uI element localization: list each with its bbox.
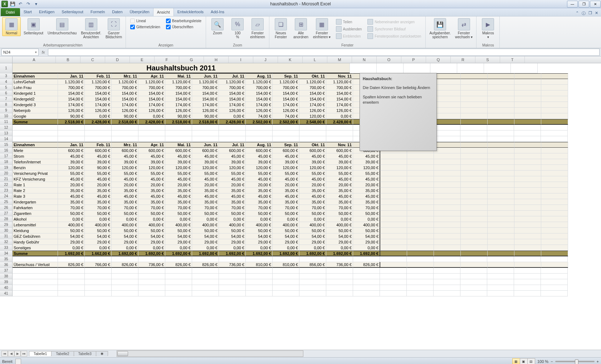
cell[interactable]: 35,00 € [273, 188, 299, 193]
cell[interactable]: 400,00 € [112, 222, 138, 228]
cell[interactable]: 50,00 € [192, 228, 219, 233]
cell[interactable] [541, 291, 568, 296]
cell[interactable] [461, 193, 488, 199]
cell[interactable] [514, 85, 541, 90]
cell[interactable] [460, 274, 487, 279]
column-header[interactable]: B [56, 56, 80, 63]
cell[interactable] [541, 73, 568, 79]
cell[interactable] [380, 233, 407, 239]
cell[interactable] [541, 268, 568, 274]
cell[interactable]: 39,00 € [165, 159, 192, 165]
worksheet[interactable]: ABCDEFGHIJKLMNOPQRST1Haushaltsbuch 20113… [0, 56, 601, 350]
cell[interactable]: 35,00 € [246, 188, 273, 193]
cell[interactable]: 50,00 € [246, 228, 273, 233]
cell[interactable]: Fahrkarten [13, 205, 58, 211]
cell[interactable] [461, 102, 488, 108]
cell[interactable]: 45,00 € [192, 176, 219, 182]
cell[interactable]: 45,00 € [246, 176, 273, 182]
cell[interactable] [380, 176, 407, 182]
cell[interactable]: 1.120,00 € [85, 79, 112, 85]
cell[interactable] [488, 211, 514, 216]
cell[interactable]: 45,00 € [138, 193, 165, 199]
cell[interactable]: 35,00 € [192, 199, 219, 205]
cell[interactable]: 50,00 € [112, 228, 138, 233]
cell[interactable] [487, 125, 514, 131]
cell[interactable]: 70,00 € [326, 205, 353, 211]
window-restore-icon[interactable]: ❐ [588, 11, 592, 16]
row-header[interactable]: 7 [0, 96, 13, 102]
zoom-slider[interactable] [555, 361, 595, 362]
cell[interactable] [353, 256, 380, 262]
cell[interactable]: 2.428,00 € [326, 119, 353, 125]
redo-icon[interactable]: ↷ [25, 1, 31, 7]
cell[interactable]: 55,00 € [299, 171, 326, 176]
cell[interactable] [380, 239, 407, 245]
cell[interactable] [487, 131, 514, 136]
cell[interactable] [299, 131, 326, 136]
cell[interactable] [273, 274, 299, 279]
cell[interactable] [112, 136, 138, 142]
cell[interactable]: 736,00 € [326, 262, 353, 268]
cell[interactable] [514, 239, 541, 245]
cell[interactable]: 50,00 € [192, 211, 219, 216]
cell[interactable]: 55,00 € [85, 171, 112, 176]
cell[interactable] [246, 274, 273, 279]
cell[interactable] [541, 279, 568, 285]
cell[interactable]: 45,00 € [219, 193, 246, 199]
cell[interactable]: 154,00 € [85, 90, 112, 96]
cell[interactable]: 50,00 € [273, 228, 299, 233]
cell[interactable]: 0,00 € [138, 113, 165, 119]
cell[interactable]: 45,00 € [112, 153, 138, 159]
cell[interactable]: 0,00 € [85, 245, 112, 251]
cell[interactable] [514, 222, 541, 228]
cell[interactable] [461, 90, 488, 96]
cell[interactable] [541, 233, 568, 239]
cell[interactable] [407, 193, 434, 199]
cell[interactable]: Rate 2 [13, 188, 58, 193]
cell[interactable]: 70,00 € [246, 205, 273, 211]
row-header[interactable]: 30 [0, 228, 13, 233]
cell[interactable] [541, 125, 568, 131]
column-header[interactable]: J [253, 56, 278, 63]
cell[interactable]: 20,00 € [246, 182, 273, 188]
row-header[interactable]: 1 [0, 63, 13, 73]
cell[interactable] [353, 268, 380, 274]
cell[interactable]: 700,00 € [85, 85, 112, 90]
cell[interactable]: 0,00 € [219, 245, 246, 251]
cell[interactable]: 74,00 € [273, 113, 299, 119]
cell[interactable]: 600,00 € [85, 148, 112, 153]
cell[interactable]: Nebenjob [13, 108, 58, 113]
cell[interactable]: 45,00 € [299, 193, 326, 199]
cell[interactable]: 55,00 € [165, 171, 192, 176]
cell[interactable] [514, 176, 541, 182]
row-header[interactable]: 8 [0, 102, 13, 108]
cell[interactable]: 35,00 € [138, 199, 165, 205]
cell[interactable]: 120,00 € [246, 165, 273, 171]
cell[interactable] [461, 233, 488, 239]
cell[interactable] [13, 279, 58, 285]
cell[interactable] [326, 131, 353, 136]
cell[interactable] [273, 256, 299, 262]
cell[interactable] [434, 291, 460, 296]
cell[interactable]: 154,00 € [299, 90, 326, 96]
cell[interactable] [488, 251, 514, 256]
cell[interactable] [273, 131, 299, 136]
cell[interactable]: Kindergeld2 [13, 96, 58, 102]
cell[interactable] [461, 205, 488, 211]
cell[interactable]: 45,00 € [58, 176, 85, 182]
cell[interactable] [514, 171, 541, 176]
cell[interactable]: 700,00 € [246, 85, 273, 90]
cell[interactable]: 126,00 € [112, 108, 138, 113]
cell[interactable]: 45,00 € [138, 153, 165, 159]
cell[interactable]: Jun. 11 [192, 142, 219, 148]
sheet-tab[interactable]: Tabelle1 [29, 351, 52, 356]
cell[interactable] [434, 216, 461, 222]
column-header[interactable]: N [352, 56, 377, 63]
cell[interactable] [434, 125, 460, 131]
cell[interactable]: Einnahmen [13, 73, 58, 79]
cell[interactable]: 810,00 € [246, 262, 273, 268]
cell[interactable]: 826,00 € [58, 262, 85, 268]
cell[interactable] [165, 125, 192, 131]
cell[interactable] [487, 268, 514, 274]
cell[interactable]: 120,00 € [165, 165, 192, 171]
